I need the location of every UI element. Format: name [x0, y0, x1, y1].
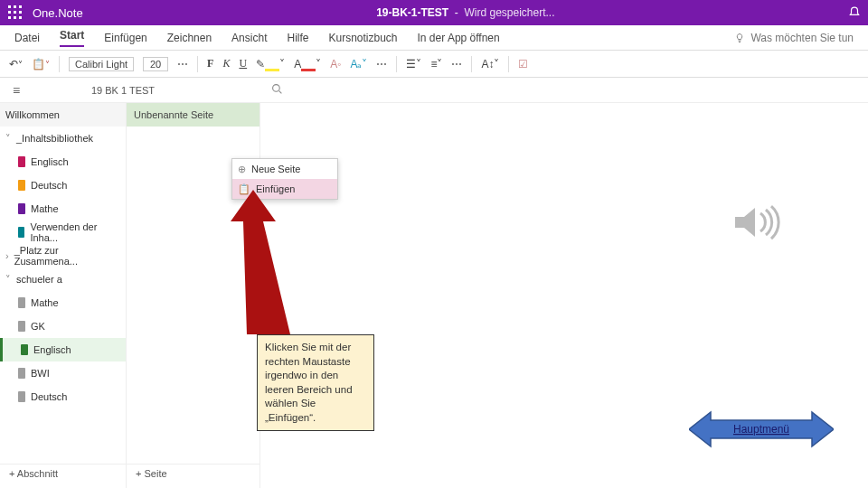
font-size[interactable]: 20 [143, 57, 168, 71]
section-s-bwi[interactable]: BWI [0, 361, 126, 385]
section-contentlib[interactable]: ˅_Inhaltsbibliothek [0, 127, 126, 150]
svg-rect-5 [19, 11, 22, 14]
ctx-new-page[interactable]: ⊕ Neue Seite [232, 159, 337, 179]
svg-rect-4 [14, 11, 16, 14]
tab-help[interactable]: Hilfe [287, 32, 308, 44]
section-english[interactable]: Englisch [0, 150, 126, 174]
svg-rect-3 [8, 11, 11, 14]
text-styles-button[interactable]: Aₐ˅ [350, 58, 367, 70]
audio-icon[interactable] [730, 201, 780, 244]
font-color-button[interactable]: A˅ [294, 58, 321, 70]
notebook-header: ≡ 19 BK 1 TEST [0, 78, 868, 103]
section-s-gk[interactable]: GK [0, 314, 126, 338]
nav-toggle-icon[interactable]: ≡ [0, 83, 33, 98]
tag-button[interactable]: ☑ [518, 58, 528, 70]
page-untitled[interactable]: Unbenannte Seite [127, 103, 259, 127]
tab-insert[interactable]: Einfügen [104, 32, 146, 44]
mainmenu-nav-button[interactable]: Hauptmenü [689, 408, 834, 450]
search-button[interactable] [213, 83, 340, 98]
tab-view[interactable]: Ansicht [231, 32, 267, 44]
notebook-title[interactable]: 19 BK 1 TEST [33, 85, 213, 96]
tab-file[interactable]: Datei [14, 32, 40, 44]
ribbon-tabs: Datei Start Einfügen Zeichnen Ansicht Hi… [0, 25, 868, 51]
section-s-math[interactable]: Mathe [0, 291, 126, 314]
svg-marker-10 [231, 190, 290, 334]
highlight-button[interactable]: ✎˅ [256, 58, 285, 70]
italic-button[interactable]: K [222, 57, 230, 70]
tab-home[interactable]: Start [60, 29, 84, 47]
font-name[interactable]: Calibri Light [69, 57, 134, 71]
save-status: Wird gespeichert... [464, 6, 554, 19]
plus-icon: ⊕ [238, 164, 246, 175]
document-title: 19-BK-1-TEST [376, 6, 448, 19]
section-german[interactable]: Deutsch [0, 174, 126, 197]
section-s-english[interactable]: Englisch [0, 338, 126, 361]
add-section-button[interactable]: + Abschnitt [0, 464, 127, 483]
svg-rect-0 [8, 5, 11, 8]
undo-button[interactable]: ↶˅ [9, 58, 23, 70]
svg-rect-8 [19, 16, 22, 19]
lightbulb-icon [734, 33, 745, 43]
section-list: Willkommen ˅_Inhaltsbibliothek Englisch … [0, 103, 127, 488]
tab-open-in-app[interactable]: In der App öffnen [418, 32, 500, 44]
app-name: One.Note [33, 6, 83, 20]
tab-draw[interactable]: Zeichnen [167, 32, 212, 44]
mainmenu-label: Hauptmenü [733, 423, 789, 436]
add-page-button[interactable]: + Seite [127, 464, 260, 483]
svg-rect-2 [19, 5, 22, 8]
svg-rect-1 [14, 5, 16, 8]
svg-rect-6 [8, 16, 11, 19]
footer: + Abschnitt + Seite [0, 464, 260, 483]
tell-me[interactable]: Was möchten Sie tun [734, 32, 854, 44]
section-collab[interactable]: ›_Platz zur Zusammena... [0, 244, 126, 267]
numbering-button[interactable]: ≡˅ [430, 58, 442, 70]
styles-button[interactable]: A↕˅ [481, 58, 499, 70]
section-welcome[interactable]: Willkommen [0, 103, 126, 127]
svg-point-9 [272, 84, 279, 91]
instruction-callout: Klicken Sie mit der rechten Maustaste ir… [257, 334, 374, 431]
underline-button[interactable]: U [239, 57, 247, 70]
bullets-button[interactable]: ☰˅ [406, 58, 421, 70]
app-launcher-icon[interactable] [7, 5, 24, 21]
section-student-a[interactable]: ˅schueler a [0, 267, 126, 291]
section-math[interactable]: Mathe [0, 197, 126, 221]
title-bar: One.Note 19-BK-1-TEST - Wird gespeichert… [0, 0, 868, 25]
notification-icon[interactable] [848, 6, 861, 19]
bold-button[interactable]: F [207, 57, 213, 70]
clear-format-button[interactable]: A◦ [330, 58, 341, 70]
paste-button[interactable]: 📋˅ [32, 58, 50, 70]
annotation-arrow-icon [231, 190, 303, 343]
search-icon [271, 83, 283, 95]
tab-class-notebook[interactable]: Kursnotizbuch [328, 32, 397, 44]
section-s-de[interactable]: Deutsch [0, 385, 126, 408]
section-use-content[interactable]: Verwenden der Inha... [0, 221, 126, 244]
svg-rect-7 [14, 16, 16, 19]
ribbon: ↶˅ 📋˅ Calibri Light 20 ⋯ F K U ✎˅ A˅ A◦ … [0, 51, 868, 78]
